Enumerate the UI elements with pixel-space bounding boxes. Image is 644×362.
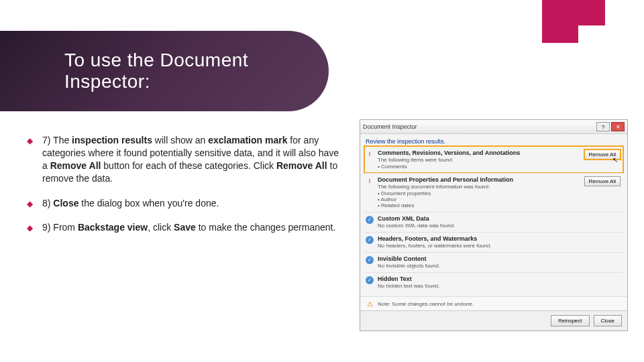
row-desc: No headers, footers, or watermarks were … xyxy=(378,243,622,249)
help-button[interactable]: ? xyxy=(596,122,610,131)
window-buttons: ? ✕ xyxy=(596,122,625,131)
dialog-note: ⚠ Note: Some changes cannot be undone. xyxy=(360,296,627,310)
dialog-title: Document Inspector xyxy=(363,123,417,130)
close-window-button[interactable]: ✕ xyxy=(611,122,625,131)
inspection-row-xml: ✓Custom XML DataNo custom XML data was f… xyxy=(364,212,623,232)
row-desc: No hidden text was found. xyxy=(378,283,622,289)
inspection-row-docprops: !Document Properties and Personal Inform… xyxy=(364,173,623,212)
row-desc: No custom XML data was found. xyxy=(378,223,622,229)
row-desc: No invisible objects found. xyxy=(378,263,622,269)
diamond-bullet-icon: ◆ xyxy=(27,198,33,209)
exclamation-icon: ! xyxy=(366,177,374,185)
note-text: Note: Some changes cannot be undone. xyxy=(378,301,474,307)
row-body: Headers, Footers, and WatermarksNo heade… xyxy=(378,235,622,249)
bullet-item: ◆ 9) From Backstage view, click Save to … xyxy=(27,221,342,234)
reinspect-button[interactable]: Reinspect xyxy=(551,315,590,326)
row-item: Document properties xyxy=(378,190,622,196)
bullet-text: 9) From Backstage view, click Save to ma… xyxy=(42,221,335,234)
warning-icon: ⚠ xyxy=(366,300,374,308)
row-title: Hidden Text xyxy=(378,276,622,282)
cursor-icon: ↖ xyxy=(612,156,618,164)
row-body: Invisible ContentNo invisible objects fo… xyxy=(378,255,622,269)
bullet-item: ◆ 7) The inspection results will show an… xyxy=(27,134,342,185)
diamond-bullet-icon: ◆ xyxy=(27,223,33,233)
check-icon: ✓ xyxy=(366,216,374,224)
document-inspector-dialog: Document Inspector ? ✕ Review the inspec… xyxy=(360,119,628,331)
row-body: Custom XML DataNo custom XML data was fo… xyxy=(378,215,622,229)
exclamation-icon: ! xyxy=(366,150,374,158)
row-title: Custom XML Data xyxy=(378,215,622,222)
inspection-row-headers: ✓Headers, Footers, and WatermarksNo head… xyxy=(364,232,623,252)
inspection-row-invisible: ✓Invisible ContentNo invisible objects f… xyxy=(364,252,623,272)
title-banner: To use the Document Inspector: xyxy=(0,31,329,111)
dialog-instruction: Review the inspection results. xyxy=(360,134,627,146)
inspection-results-list: !Comments, Revisions, Versions, and Anno… xyxy=(360,146,627,296)
row-title: Invisible Content xyxy=(378,255,622,262)
bullet-text: 8) Close the dialog box when you're done… xyxy=(42,197,219,210)
dialog-footer: Reinspect Close xyxy=(360,310,627,330)
check-icon: ✓ xyxy=(366,256,374,264)
corner-accent xyxy=(542,0,578,43)
slide-title: To use the Document Inspector: xyxy=(64,50,329,93)
diamond-bullet-icon: ◆ xyxy=(27,135,33,146)
inspection-row-comments: !Comments, Revisions, Versions, and Anno… xyxy=(364,146,623,173)
row-item: Author xyxy=(378,196,622,202)
row-title: Headers, Footers, and Watermarks xyxy=(378,235,622,242)
dialog-titlebar: Document Inspector ? ✕ xyxy=(360,120,627,134)
row-item: Comments xyxy=(378,164,622,170)
bullet-item: ◆ 8) Close the dialog box when you're do… xyxy=(27,197,342,210)
close-button[interactable]: Close xyxy=(594,315,622,326)
check-icon: ✓ xyxy=(366,276,374,284)
remove-all-button[interactable]: Remove All xyxy=(584,176,621,186)
row-items: Comments xyxy=(378,164,622,170)
row-item: Related dates xyxy=(378,202,622,208)
bullet-text: 7) The inspection results will show an e… xyxy=(42,134,342,185)
row-items: Document propertiesAuthorRelated dates xyxy=(378,190,622,208)
check-icon: ✓ xyxy=(366,236,374,244)
body-content: ◆ 7) The inspection results will show an… xyxy=(27,134,342,246)
row-body: Hidden TextNo hidden text was found. xyxy=(378,276,622,289)
inspection-row-hidden: ✓Hidden TextNo hidden text was found. xyxy=(364,272,623,292)
